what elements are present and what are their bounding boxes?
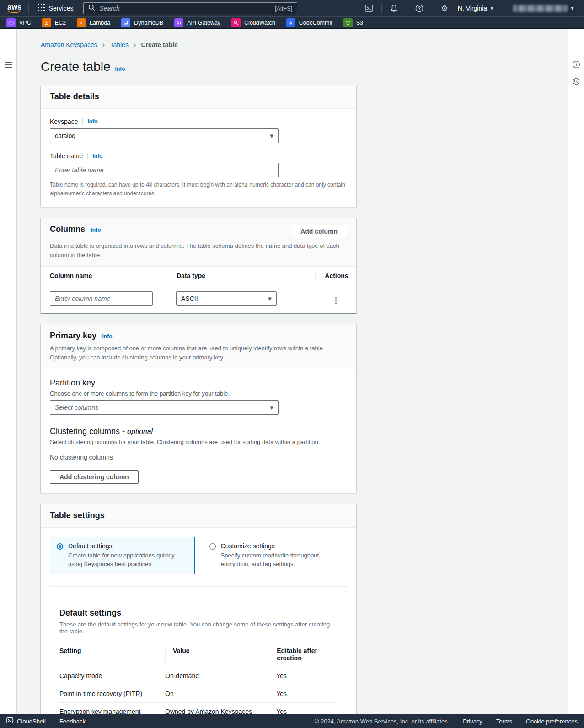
svg-text:?: ? — [418, 6, 421, 11]
clustering-columns-title: Clustering columns - — [50, 427, 125, 436]
global-search-input[interactable]: Search [Alt+S] — [83, 2, 297, 14]
console-footer: CloudShell Feedback © 2024, Amazon Web S… — [0, 714, 584, 728]
help-icon[interactable]: ? — [412, 0, 427, 16]
left-side-rail — [0, 29, 17, 714]
add-column-button[interactable]: Add column — [291, 225, 347, 238]
nav-divider — [381, 3, 382, 14]
services-menu-button[interactable]: Services — [33, 0, 78, 16]
vpc-icon — [6, 18, 16, 27]
cloudshell-icon[interactable] — [361, 0, 377, 16]
default-settings-panel-title: Default settings — [59, 608, 338, 618]
add-clustering-column-button[interactable]: Add clustering column — [50, 470, 139, 484]
favorites-bar: VPC EC2 λ Lambda DynamoDB API Gateway Cl… — [0, 16, 584, 29]
favorite-codecommit[interactable]: CodeCommit — [286, 18, 332, 27]
page-title: Create table — [41, 59, 111, 74]
footer-cookie-preferences-link[interactable]: Cookie preferences — [526, 718, 578, 725]
resource-explorer-toggle[interactable] — [568, 74, 584, 91]
footer-privacy-link[interactable]: Privacy — [463, 718, 482, 725]
nav-divider — [407, 3, 407, 14]
breadcrumb-link-keyspaces[interactable]: Amazon Keyspaces — [41, 41, 97, 48]
region-label: N. Virginia — [458, 5, 487, 12]
primary-key-title: Primary key — [50, 331, 96, 340]
chevron-down-icon: ▼ — [571, 6, 574, 11]
notifications-bell-icon[interactable] — [386, 0, 402, 16]
column-name-input[interactable] — [50, 291, 153, 306]
table-name-info-link[interactable]: Info — [92, 153, 102, 159]
favorite-cloudwatch[interactable]: CloudWatch — [231, 18, 275, 27]
svg-text:λ: λ — [80, 20, 83, 25]
radio-selected-icon — [57, 543, 63, 550]
page-info-link[interactable]: Info — [115, 66, 125, 72]
nav-divider — [432, 3, 432, 14]
region-selector[interactable]: N. Virginia ▼ — [452, 5, 499, 12]
footer-terms-link[interactable]: Terms — [496, 718, 512, 725]
top-navigation-bar: aws Services Search [Alt+S] ? ⚙ N. Virgi… — [0, 0, 584, 16]
columns-card: Columns Info Add column Data in a table … — [41, 218, 356, 313]
info-panel-toggle[interactable] — [568, 57, 584, 74]
keyspace-select[interactable]: catalog ▼ — [50, 128, 279, 143]
partition-key-description: Choose one or more columns to form the p… — [50, 390, 347, 397]
breadcrumb-link-tables[interactable]: Tables — [110, 41, 128, 48]
dynamodb-icon — [121, 18, 130, 27]
table-settings-title: Table settings — [50, 511, 105, 520]
open-navigation-menu-icon[interactable] — [5, 62, 12, 714]
data-type-header: Data type — [167, 272, 315, 279]
table-name-help-text: Table name is required, can have up to 4… — [50, 181, 347, 198]
customize-settings-option-label: Customize settings — [221, 542, 341, 550]
row-actions-kebab-icon[interactable] — [333, 295, 338, 305]
column-name-header: Column name — [41, 272, 167, 279]
breadcrumb: Amazon Keyspaces › Tables › Create table — [41, 41, 356, 48]
table-details-title: Table details — [50, 92, 99, 101]
hexagon-search-icon — [572, 77, 580, 87]
favorite-api-gateway[interactable]: API Gateway — [174, 18, 220, 27]
favorite-s3[interactable]: S3 — [343, 18, 363, 27]
breadcrumb-chevron-icon: › — [102, 41, 105, 48]
table-row: Capacity mode On-demand Yes — [59, 667, 338, 685]
rail-spacer — [568, 29, 584, 57]
cloudwatch-icon — [231, 18, 241, 27]
editable-header: Editable after creation — [269, 647, 330, 662]
primary-key-card: Primary key Info A primary key is compos… — [41, 324, 356, 493]
favorite-ec2[interactable]: EC2 — [42, 18, 66, 27]
data-type-selected-value: ASCII — [181, 295, 198, 302]
columns-table-header: Column name Data type Actions — [41, 267, 356, 285]
label-divider — [87, 153, 88, 159]
breadcrumb-current: Create table — [141, 41, 178, 48]
search-placeholder: Search — [99, 5, 119, 12]
customize-settings-radio-tile[interactable]: Customize settings Specify custom read/w… — [203, 537, 348, 574]
footer-cloudshell-button[interactable]: CloudShell — [6, 717, 46, 725]
primary-key-info-link[interactable]: Info — [102, 333, 113, 340]
radio-unselected-icon — [209, 543, 216, 550]
s3-icon — [343, 18, 353, 27]
table-row: Point-in-time recovery (PITR) On Yes — [59, 685, 338, 703]
favorite-dynamodb[interactable]: DynamoDB — [121, 18, 163, 27]
aws-logo[interactable]: aws — [5, 2, 24, 14]
favorite-vpc[interactable]: VPC — [6, 18, 31, 27]
account-menu[interactable]: ▼ — [509, 5, 579, 12]
settings-gear-icon[interactable]: ⚙ — [437, 0, 452, 16]
columns-description: Data in a table is organized into rows a… — [50, 241, 347, 259]
table-name-input[interactable] — [50, 163, 279, 177]
section-divider — [50, 586, 347, 587]
search-shortcut-hint: [Alt+S] — [275, 5, 293, 12]
default-settings-panel-description: These are the default settings for your … — [59, 621, 338, 635]
partition-key-select[interactable]: Select columns ▼ — [50, 400, 279, 415]
table-details-card: Table details Keyspace Info catalog ▼ — [41, 85, 356, 207]
favorite-lambda[interactable]: λ Lambda — [77, 18, 110, 27]
copyright-text: © 2024, Amazon Web Services, Inc. or its… — [315, 718, 450, 725]
default-settings-radio-tile[interactable]: Default settings Create table for new ap… — [50, 537, 195, 574]
keyspace-info-link[interactable]: Info — [87, 118, 97, 125]
services-grid-icon — [38, 4, 45, 12]
primary-key-description: A primary key is composed of one or more… — [50, 344, 347, 362]
info-circle-icon — [572, 60, 580, 70]
footer-feedback-button[interactable]: Feedback — [59, 718, 86, 725]
label-divider — [82, 118, 83, 125]
lambda-icon: λ — [77, 18, 86, 27]
keyspace-label: Keyspace — [50, 118, 78, 125]
columns-title: Columns — [50, 225, 85, 234]
data-type-select[interactable]: ASCII ▼ — [176, 291, 277, 306]
column-editor-row: ASCII ▼ — [41, 285, 356, 313]
columns-info-link[interactable]: Info — [91, 227, 101, 233]
api-gateway-icon — [174, 18, 183, 27]
table-name-label: Table name — [50, 152, 83, 160]
